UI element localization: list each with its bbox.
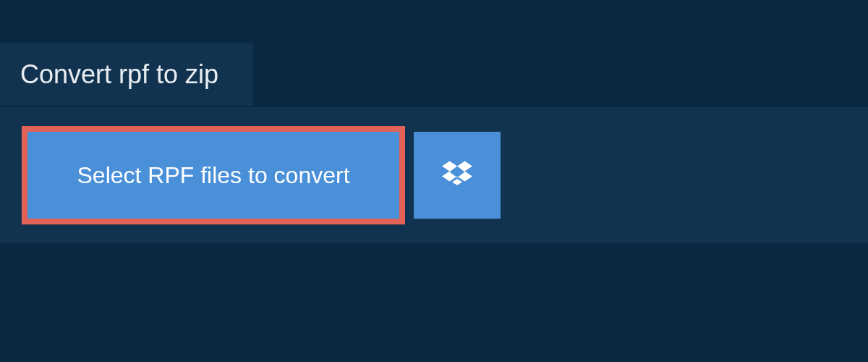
- select-files-button[interactable]: Select RPF files to convert: [22, 126, 405, 224]
- dropbox-icon: [442, 159, 472, 192]
- tab-convert[interactable]: Convert rpf to zip: [0, 43, 253, 106]
- upload-panel: Select RPF files to convert: [0, 107, 868, 243]
- tab-title: Convert rpf to zip: [20, 59, 218, 89]
- select-files-label: Select RPF files to convert: [77, 162, 349, 189]
- dropbox-button[interactable]: [414, 132, 501, 219]
